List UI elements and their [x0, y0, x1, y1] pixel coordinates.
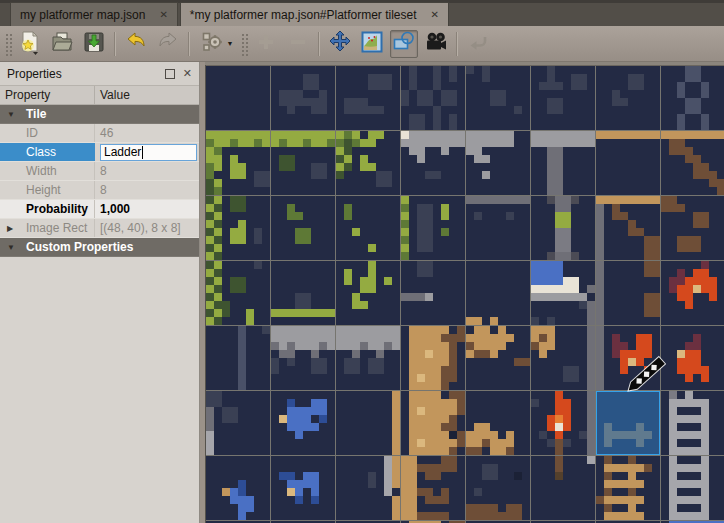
chevron-expanded-icon[interactable]: ▼ [7, 110, 15, 119]
add-tiles-icon [253, 29, 279, 59]
chevron-expanded-icon[interactable]: ▼ [7, 243, 15, 252]
float-panel-icon[interactable] [165, 69, 175, 79]
property-value-cell: [(48, 40), 8 x 8] [95, 219, 199, 237]
property-value-cell: 46 [95, 124, 199, 142]
tab-map[interactable]: my platformer map.json✕ [10, 2, 178, 26]
commands-button[interactable]: ▼ [196, 30, 236, 58]
new-map-button[interactable] [16, 30, 44, 58]
chevron-collapsed-icon[interactable]: ▶ [7, 224, 13, 233]
jump-back-icon [465, 29, 491, 59]
input-text: Ladder [104, 145, 141, 159]
property-name-cell: Probability [0, 200, 95, 218]
move-tool-button[interactable] [326, 30, 354, 58]
property-name-cell: Class [0, 143, 95, 161]
property-name-cell: ▶Image Rect [0, 219, 95, 237]
open-button[interactable] [48, 30, 76, 58]
property-value: 8 [100, 183, 107, 197]
remove-tiles-button [284, 30, 312, 58]
property-value: 1,000 [100, 202, 130, 216]
tile-animation-button[interactable] [422, 30, 450, 58]
select-objects-button[interactable] [390, 30, 418, 58]
property-name-cell: Height [0, 181, 95, 199]
section-label: Tile [26, 107, 46, 121]
property-row-probability[interactable]: Probability1,000 [0, 200, 199, 219]
property-section-custom-properties[interactable]: ▼Custom Properties [0, 238, 199, 257]
redo-button [154, 30, 182, 58]
tab-tileset[interactable]: *my platformer map.json#Platformer tiles… [180, 2, 449, 26]
jump-back-button [464, 30, 492, 58]
property-name-cell: ID [0, 124, 95, 142]
toolbar: ▼ [0, 26, 724, 62]
property-column-header: Property [0, 86, 95, 104]
property-name: ID [26, 126, 38, 140]
tab-label: my platformer map.json [20, 8, 145, 22]
property-row-width[interactable]: Width8 [0, 162, 199, 181]
property-row-id[interactable]: ID46 [0, 124, 199, 143]
toolbar-grip-handle[interactable] [240, 32, 248, 56]
property-name-cell: Width [0, 162, 95, 180]
property-name: Class [26, 145, 56, 159]
text-caret [142, 146, 143, 159]
property-value: [(48, 40), 8 x 8] [100, 221, 181, 235]
toolbar-separator [456, 32, 458, 56]
property-value-cell: 8 [95, 162, 199, 180]
close-panel-icon[interactable]: ✕ [183, 68, 192, 79]
properties-panel: Properties ✕ Property Value ▼TileID46Cla… [0, 62, 200, 523]
properties-rows: ▼TileID46ClassLadderWidth8Height8Probabi… [0, 105, 199, 523]
property-value: 8 [100, 164, 107, 178]
property-name: Probability [26, 202, 88, 216]
toolbar-separator [114, 32, 116, 56]
property-row-image-rect[interactable]: ▶Image Rect[(48, 40), 8 x 8] [0, 219, 199, 238]
save-button[interactable] [80, 30, 108, 58]
select-objects-icon [391, 29, 417, 59]
undo-icon [123, 29, 149, 59]
move-tool-icon [327, 29, 353, 59]
chevron-down-icon: ▼ [227, 40, 234, 47]
edit-tileset-icon [359, 29, 385, 59]
new-map-icon [17, 29, 43, 59]
tab-bar: my platformer map.json✕*my platformer ma… [0, 0, 724, 26]
section-label: Custom Properties [26, 240, 133, 254]
property-row-height[interactable]: Height8 [0, 181, 199, 200]
redo-icon [155, 29, 181, 59]
remove-tiles-icon [285, 29, 311, 59]
toolbar-separator [188, 32, 190, 56]
property-section-tile[interactable]: ▼Tile [0, 105, 199, 124]
undo-button[interactable] [122, 30, 150, 58]
property-name: Width [26, 164, 57, 178]
toolbar-separator [318, 32, 320, 56]
property-value-cell: Ladder [95, 143, 199, 161]
property-name: Height [26, 183, 61, 197]
open-icon [49, 29, 75, 59]
tileset-view[interactable] [205, 62, 724, 523]
tile-animation-icon [423, 29, 449, 59]
tab-label: *my platformer map.json#Platformer tiles… [190, 8, 417, 22]
edit-tileset-button[interactable] [358, 30, 386, 58]
tiled-window: my platformer map.json✕*my platformer ma… [0, 0, 724, 523]
add-tiles-button [252, 30, 280, 58]
commands-icon [199, 29, 225, 59]
property-value: 46 [100, 126, 113, 140]
class-value-input[interactable]: Ladder [100, 144, 197, 161]
property-value-cell: 8 [95, 181, 199, 199]
properties-panel-title: Properties [7, 67, 62, 81]
toolbar-grip-handle[interactable] [4, 32, 12, 56]
close-tab-icon[interactable]: ✕ [431, 9, 439, 20]
close-tab-icon[interactable]: ✕ [159, 9, 167, 20]
properties-panel-titlebar: Properties ✕ [0, 62, 199, 86]
property-value-cell: 1,000 [95, 200, 199, 218]
properties-header: Property Value [0, 86, 199, 105]
save-icon [81, 29, 107, 59]
value-column-header: Value [95, 88, 130, 102]
property-row-class[interactable]: ClassLadder [0, 143, 199, 162]
property-name: Image Rect [26, 221, 87, 235]
